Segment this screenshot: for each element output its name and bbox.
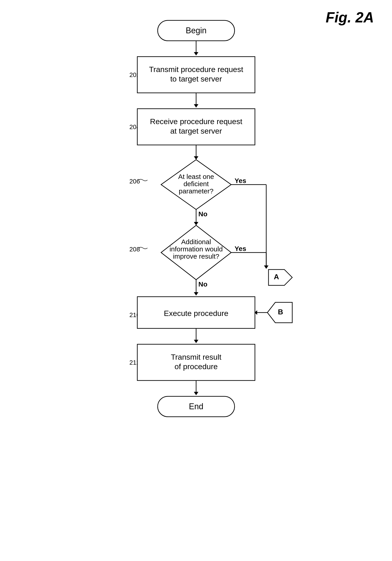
ref-206: 206 bbox=[129, 178, 140, 185]
step-212-line2: of procedure bbox=[174, 362, 218, 371]
connector-b: B bbox=[278, 308, 283, 316]
svg-marker-5 bbox=[194, 104, 198, 108]
step-210-text: Execute procedure bbox=[164, 309, 228, 318]
step-204-line1: Receive procedure request bbox=[150, 117, 242, 126]
flowchart-diagram: Begin 202 Transmit procedure request to … bbox=[94, 14, 298, 546]
svg-marker-26 bbox=[194, 340, 198, 343]
step-206-line2: deficient bbox=[184, 180, 209, 187]
no-label-208: No bbox=[198, 280, 207, 288]
yes-label-206: Yes bbox=[235, 177, 246, 184]
begin-label: Begin bbox=[186, 26, 206, 35]
svg-marker-18 bbox=[268, 270, 292, 285]
no-label-206: No bbox=[198, 210, 207, 218]
svg-marker-20 bbox=[194, 292, 198, 296]
step-202-line2: to target server bbox=[170, 75, 222, 83]
step-204-line2: at target server bbox=[170, 127, 222, 135]
step-208-line2: information would bbox=[169, 245, 223, 253]
step-208-line1: Additional bbox=[181, 238, 211, 246]
end-label: End bbox=[189, 402, 203, 411]
figure-title: Fig. 2A bbox=[326, 9, 374, 26]
svg-marker-2 bbox=[194, 52, 198, 55]
step-208-line3: improve result? bbox=[173, 253, 219, 260]
ref-208: 208 bbox=[129, 246, 140, 253]
connector-a: A bbox=[274, 273, 279, 281]
svg-marker-8 bbox=[194, 156, 198, 160]
step-212-line1: Transmit result bbox=[171, 353, 221, 361]
yes-label-208: Yes bbox=[235, 245, 246, 252]
step-202-line1: Transmit procedure request bbox=[149, 65, 243, 74]
step-206-line3: parameter? bbox=[179, 187, 213, 195]
svg-marker-29 bbox=[194, 392, 198, 395]
step-206-line1: At least one bbox=[178, 173, 214, 180]
svg-marker-13 bbox=[194, 222, 198, 225]
